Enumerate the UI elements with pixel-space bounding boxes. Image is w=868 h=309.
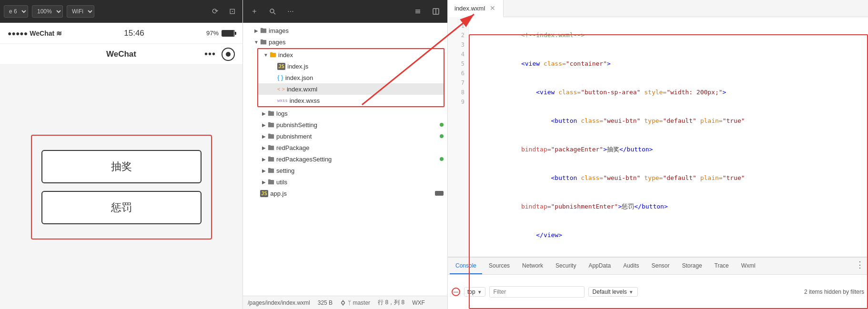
folder-label-pages: pages (269, 39, 444, 46)
tag-button2: <button (551, 174, 581, 181)
file-item-appjs[interactable]: JS app.js (243, 188, 447, 199)
tab-sensor-label: Sensor (652, 262, 670, 269)
add-file-icon[interactable]: + (248, 5, 261, 18)
status-language: WXF (412, 299, 425, 306)
folder-label-pubnishsetting: pubnishSetting (276, 121, 440, 129)
devtools-tab-storage[interactable]: Storage (676, 258, 708, 274)
file-item-index-wxss[interactable]: wxss index.wxss (258, 95, 444, 106)
status-dot-pubnishment (440, 134, 444, 138)
folder-item-logs[interactable]: logs (243, 108, 447, 119)
folder-arrow-pubnishsetting (260, 121, 268, 129)
code-content: 1 2 3 4 5 6 7 8 9 <!--index.wxml--> (448, 17, 868, 257)
code-editor: index.wxml ✕ 1 2 3 4 5 6 7 8 9 (448, 0, 868, 309)
list-icon[interactable] (411, 5, 424, 18)
nav-dots[interactable]: ••• (204, 49, 216, 60)
tab-trace-label: Trace (715, 262, 729, 269)
devtools-tab-audits[interactable]: Audits (617, 258, 645, 274)
str-default2: "default" (663, 174, 696, 181)
file-label-index-wxml: index.wxml (287, 86, 440, 93)
punishment-button[interactable]: 惩罚 (41, 191, 202, 224)
indent-3 (521, 89, 536, 96)
folder-item-pubnishsetting[interactable]: pubnishSetting (243, 119, 447, 130)
string-style: "width: 200px;" (666, 89, 722, 96)
folder-item-pubnishment[interactable]: pubnishment (243, 130, 447, 142)
devtools-tab-network[interactable]: Network (516, 258, 549, 274)
devtools-tab-console[interactable]: Console (450, 258, 482, 274)
record-icon[interactable] (222, 48, 235, 61)
tab-storage-label: Storage (682, 262, 702, 269)
attr-type1: type= (640, 117, 663, 124)
file-item-index-wxml[interactable]: < > index.wxml (258, 83, 444, 95)
file-tree-toolbar: + ··· (243, 0, 447, 23)
str-weui1: "weui-btn" (603, 117, 640, 124)
phone-simulator: e 6 100% WiFi ⟳ ⊡ ●●●●● WeChat ≋ 15:46 (0, 0, 243, 309)
folder-arrow-pubnishment (260, 132, 268, 140)
svg-point-8 (342, 301, 344, 304)
str-weui2: "weui-btn" (603, 174, 640, 181)
devtools-tabs: Console Sources Network Security AppData (448, 258, 868, 275)
console-filter-input[interactable] (489, 286, 585, 298)
folder-item-index[interactable]: index (258, 49, 444, 60)
lottery-button[interactable]: 抽奖 (41, 150, 202, 183)
folder-item-images[interactable]: images (243, 25, 447, 36)
rotate-icon[interactable]: ⟳ (208, 5, 222, 18)
file-label-index-wxss: index.wxss (290, 97, 440, 104)
folder-item-redpackagessetting[interactable]: redPackagesSetting (243, 153, 447, 165)
file-item-index-js[interactable]: JS index.js (258, 60, 444, 72)
status-time: 15:46 (124, 29, 144, 38)
tag-btn1-end: </button> (619, 146, 653, 153)
devtools-panel: Console Sources Network Security AppData (448, 257, 868, 309)
file-label-index-json: index.json (285, 74, 440, 81)
devtools-tab-appdata[interactable]: AppData (583, 258, 616, 274)
folder-arrow-index (262, 51, 270, 59)
status-git: ᛘ master (340, 299, 370, 306)
editor-tabs: index.wxml ✕ (448, 0, 868, 17)
folder-item-utils[interactable]: utils (243, 176, 447, 188)
search-icon[interactable] (266, 5, 279, 18)
devtools-tab-security[interactable]: Security (550, 258, 582, 274)
folder-item-setting[interactable]: setting (243, 165, 447, 176)
str-true1: "true" (723, 117, 745, 124)
code-lines: <!--index.wxml--> <view class="container… (469, 17, 868, 257)
tab-close-icon[interactable]: ✕ (489, 4, 496, 12)
phone-buttons-box: 抽奖 惩罚 (31, 135, 212, 239)
devtools-console-content: top ▼ Default levels ▼ 2 items hidden by… (448, 275, 868, 309)
editor-tab-index-wxml[interactable]: index.wxml ✕ (448, 0, 504, 17)
devtools-tab-wxml[interactable]: Wxml (736, 258, 761, 274)
str-true2: "true" (723, 174, 745, 181)
log-levels-text: Default levels (593, 289, 627, 295)
attr-class-2: class= (558, 89, 581, 96)
context-selector[interactable]: top ▼ (464, 287, 485, 297)
code-line-4: <button class="weui-btn" type="default" … (476, 107, 860, 135)
file-item-index-json[interactable]: { } index.json (258, 72, 444, 83)
folder-arrow-redpackage (260, 144, 268, 151)
devtools-tab-trace[interactable]: Trace (709, 258, 735, 274)
fullscreen-icon[interactable]: ⊡ (225, 5, 239, 18)
git-branch: ᛘ master (348, 299, 370, 306)
more-icon[interactable]: ··· (284, 5, 297, 18)
folder-item-redpackage[interactable]: redPackage (243, 142, 447, 153)
tab-name: index.wxml (454, 5, 485, 12)
context-select-text: top (467, 289, 475, 295)
devtools-tab-sources[interactable]: Sources (483, 258, 515, 274)
status-dot-redpackagessetting (440, 157, 444, 161)
folder-item-pages[interactable]: pages (243, 36, 447, 48)
devtools-more-icon[interactable]: ⋮ (856, 259, 864, 270)
tag-view2-end: </view> (536, 231, 562, 239)
folder-arrow-pages (252, 38, 260, 46)
phone-nav-bar: WeChat ••• (0, 44, 242, 65)
log-levels-selector[interactable]: Default levels ▼ (588, 287, 638, 297)
network-select[interactable]: WiFi (67, 5, 94, 18)
tag-close: > (607, 60, 611, 67)
split-icon[interactable] (429, 5, 443, 18)
zoom-select[interactable]: 100% (32, 5, 63, 18)
status-right: 97% (206, 30, 235, 37)
attr-class-btn2: class= (581, 174, 603, 181)
version-select[interactable]: e 6 (4, 5, 28, 18)
no-entry-icon[interactable] (452, 288, 460, 296)
str-default1: "default" (663, 117, 696, 124)
devtools-tab-sensor[interactable]: Sensor (646, 258, 676, 274)
carrier: WeChat (30, 30, 54, 37)
line-num-3: 3 (448, 40, 468, 50)
status-dot-pubnishsetting (440, 123, 444, 127)
